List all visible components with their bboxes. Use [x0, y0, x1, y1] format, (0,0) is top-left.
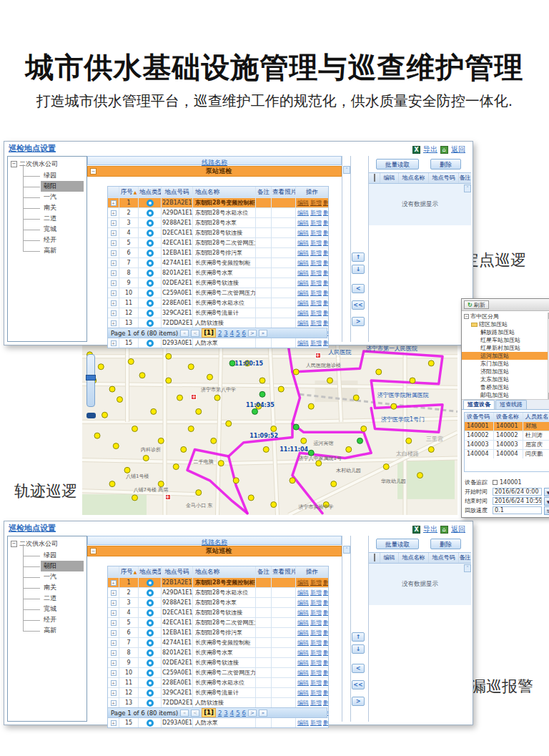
- tab-routes[interactable]: 巡查线路: [495, 400, 527, 409]
- row-expand-icon[interactable]: +: [111, 270, 117, 276]
- tree-item[interactable]: 经开: [41, 235, 84, 245]
- device-row[interactable]: 140003140003屈富庆: [465, 440, 549, 449]
- op-link-edit[interactable]: 编辑: [297, 290, 309, 296]
- op-link-edit[interactable]: 编辑: [297, 669, 309, 676]
- op-link-edit[interactable]: 编辑: [297, 280, 309, 286]
- row-expand-icon[interactable]: +: [111, 630, 117, 636]
- move-up-button[interactable]: ↑: [352, 632, 365, 642]
- op-link-delete[interactable]: 删除: [323, 639, 328, 646]
- table-row[interactable]: +11228EA0E1长庆南8号水箱水位编辑新增删除: [108, 677, 328, 687]
- selection-scroll-up[interactable]: ˄: [464, 185, 471, 192]
- tab-devices[interactable]: 巡查设备: [463, 400, 495, 409]
- patrol-point-marker[interactable]: [293, 369, 299, 375]
- op-link-delete[interactable]: 删除: [323, 679, 328, 686]
- op-link-delete[interactable]: 删除: [323, 250, 328, 256]
- table-row[interactable]: +612EBA1E1东朝阳28号排污泵编辑新增删除: [108, 247, 328, 257]
- last-page-button[interactable]: »: [259, 330, 267, 337]
- op-link-delete[interactable]: 删除: [323, 579, 328, 586]
- patrol-point-marker[interactable]: [196, 408, 202, 414]
- patrol-point-marker[interactable]: [327, 378, 333, 383]
- batch-read-button[interactable]: 批量读取: [376, 159, 419, 170]
- row-expand-cell[interactable]: +: [108, 588, 119, 597]
- table-row[interactable]: +10C259A0E1长庆南8号二次管网压力编辑新增删除: [108, 288, 328, 298]
- table-row[interactable]: +542ECA1E1东朝阳28号二次管网压力编辑新增删除: [108, 617, 328, 627]
- patrol-point-marker[interactable]: [211, 438, 217, 443]
- op-link-delete[interactable]: 删除: [323, 210, 328, 216]
- row-expand-icon[interactable]: +: [111, 310, 117, 316]
- op-link-edit[interactable]: 编辑: [297, 340, 309, 346]
- patrol-point-marker[interactable]: [428, 360, 434, 366]
- op-link-add[interactable]: 新增: [310, 240, 322, 246]
- op-link-delete[interactable]: 删除: [323, 280, 328, 286]
- op-link-add[interactable]: 新增: [310, 679, 322, 686]
- op-link-add[interactable]: 新增: [310, 649, 322, 656]
- op-link-edit[interactable]: 编辑: [297, 260, 309, 266]
- op-link-edit[interactable]: 编辑: [297, 240, 309, 246]
- patrol-point-marker[interactable]: [248, 495, 254, 501]
- next-page-button[interactable]: >: [248, 330, 257, 337]
- op-link-edit[interactable]: 编辑: [297, 689, 309, 696]
- map-zoom-slider[interactable]: [86, 354, 95, 407]
- scrollbar[interactable]: ˄: [342, 156, 351, 342]
- op-link-delete[interactable]: 删除: [323, 270, 328, 276]
- station-tree-item[interactable]: 济阳加压站: [462, 368, 549, 375]
- track-point-marker[interactable]: [259, 391, 265, 397]
- op-link-edit[interactable]: 编辑: [297, 589, 309, 596]
- row-expand-icon[interactable]: +: [111, 720, 117, 726]
- patrol-point-marker[interactable]: [196, 490, 202, 496]
- row-expand-cell[interactable]: +: [108, 288, 119, 298]
- row-expand-cell[interactable]: +: [108, 688, 119, 697]
- patrol-point-marker[interactable]: [361, 426, 367, 432]
- table-row[interactable]: +542ECA1E1东朝阳28号二次管网压力编辑新增删除: [108, 237, 328, 247]
- table-row[interactable]: +39288A2E1东朝阳28号水泵编辑新增删除: [108, 217, 328, 227]
- row-expand-icon[interactable]: +: [111, 200, 117, 206]
- row-expand-cell[interactable]: +: [108, 258, 119, 267]
- delete-button[interactable]: 删除: [430, 159, 461, 170]
- back-link[interactable]: 返回: [451, 524, 465, 534]
- station-tree-item[interactable]: 东门加压站: [462, 360, 549, 368]
- patrol-point-marker[interactable]: [188, 364, 194, 370]
- op-link-add[interactable]: 新增: [310, 320, 322, 326]
- tree-item[interactable]: 宽城: [41, 604, 84, 614]
- selection-scroll-up[interactable]: ˄: [464, 564, 471, 572]
- row-expand-cell[interactable]: +: [108, 598, 119, 607]
- move-left-button[interactable]: <: [352, 664, 365, 673]
- op-link-delete[interactable]: 删除: [323, 260, 328, 266]
- op-link-delete[interactable]: 删除: [323, 589, 328, 596]
- expand-icon[interactable]: −: [11, 541, 17, 547]
- patrol-point-marker[interactable]: [376, 369, 382, 375]
- tree-item[interactable]: 宽城: [41, 224, 84, 235]
- row-expand-cell[interactable]: +: [108, 198, 119, 207]
- op-link-edit[interactable]: 编辑: [297, 720, 309, 726]
- table-row[interactable]: +12329CA2E1长庆南8号流量计编辑新增删除: [108, 687, 328, 697]
- first-page-button[interactable]: «: [180, 710, 189, 717]
- tree-item[interactable]: 南关: [41, 202, 84, 213]
- patrol-point-marker[interactable]: [113, 443, 119, 449]
- op-link-delete[interactable]: 删除: [323, 619, 328, 626]
- patrol-point-marker[interactable]: [383, 464, 389, 470]
- patrol-point-marker[interactable]: [109, 481, 115, 487]
- table-row[interactable]: +902DEA2E1长庆南8号软连接编辑新增删除: [108, 657, 328, 667]
- patrol-point-marker[interactable]: [271, 426, 277, 432]
- op-link-add[interactable]: 新增: [310, 290, 322, 296]
- row-expand-icon[interactable]: +: [111, 600, 117, 606]
- op-link-delete[interactable]: 删除: [323, 659, 328, 666]
- op-link-delete[interactable]: 删除: [323, 720, 328, 726]
- select-all-cell[interactable]: [369, 173, 380, 183]
- op-link-delete[interactable]: 删除: [323, 609, 328, 616]
- tree-item[interactable]: 二道: [41, 213, 84, 224]
- op-link-edit[interactable]: 编辑: [297, 699, 309, 706]
- row-expand-cell[interactable]: +: [108, 338, 119, 348]
- batch-read-button[interactable]: 批量读取: [376, 539, 419, 549]
- patrol-point-marker[interactable]: [428, 446, 434, 452]
- op-link-add[interactable]: 新增: [310, 250, 322, 256]
- patrol-point-marker[interactable]: [271, 502, 277, 508]
- row-expand-cell[interactable]: +: [108, 678, 119, 687]
- patrol-point-marker[interactable]: [109, 386, 115, 392]
- op-link-delete[interactable]: 删除: [323, 669, 328, 676]
- move-left-button[interactable]: <: [352, 284, 365, 293]
- table-row[interactable]: +12329CA2E1长庆南8号流量计编辑新增删除: [108, 308, 328, 318]
- row-expand-cell[interactable]: +: [108, 638, 119, 647]
- patrol-point-marker[interactable]: [128, 359, 134, 365]
- op-link-add[interactable]: 新增: [310, 200, 322, 206]
